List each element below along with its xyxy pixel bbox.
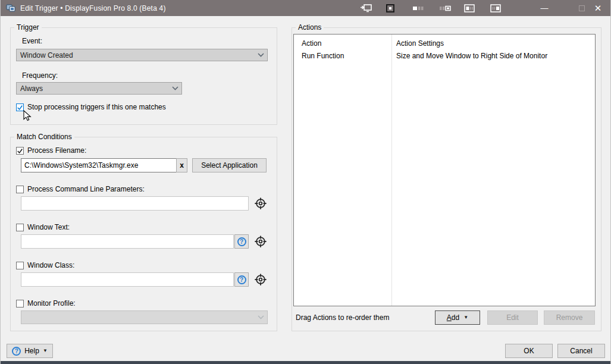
remove-button-label: Remove — [556, 313, 583, 322]
monitor-layout-button-2[interactable] — [438, 2, 452, 14]
select-application-button[interactable]: Select Application — [192, 158, 267, 172]
edit-button-label: Edit — [506, 313, 519, 322]
titlebar-function-button-2[interactable] — [489, 2, 502, 14]
process-filename-checkbox[interactable]: Process Filename: — [16, 146, 86, 155]
close-icon: ✕ — [594, 3, 602, 14]
column-header-action[interactable]: Action — [294, 39, 391, 48]
add-button[interactable]: Add ▼ — [435, 310, 480, 325]
question-icon: ? — [12, 347, 21, 356]
cancel-button[interactable]: Cancel — [557, 344, 605, 358]
event-dropdown[interactable]: Window Created — [16, 49, 268, 61]
dropdown-arrow-icon: ▼ — [43, 349, 48, 353]
ok-button[interactable]: OK — [505, 344, 553, 358]
frequency-label: Frequency: — [22, 71, 58, 80]
actions-group-label: Actions — [296, 23, 324, 32]
event-dropdown-value: Window Created — [17, 51, 254, 59]
ok-button-label: OK — [524, 347, 534, 355]
window-class-checkbox[interactable]: Window Class: — [16, 261, 74, 269]
target-picker-icon[interactable] — [254, 273, 267, 286]
frequency-dropdown[interactable]: Always — [16, 82, 182, 95]
checkbox-unchecked-icon — [16, 262, 24, 269]
edit-trigger-dialog: Edit Trigger • DisplayFusion Pro 8.0 (Be… — [0, 0, 611, 364]
dual-monitor-icon — [412, 4, 424, 12]
match-conditions-group-label: Match Conditions — [14, 133, 74, 141]
actions-list[interactable]: Action Action Settings Run Function Size… — [293, 34, 596, 306]
monitor-profile-checkbox[interactable]: Monitor Profile: — [16, 299, 76, 307]
maximize-icon — [579, 5, 585, 11]
stop-processing-label: Stop processing triggers if this one mat… — [27, 103, 166, 111]
cmdline-input[interactable] — [21, 196, 249, 211]
move-window-to-monitor-button[interactable] — [360, 2, 373, 14]
monitor-bars-alt-icon — [490, 4, 502, 13]
target-picker-icon[interactable] — [254, 197, 267, 210]
window-class-help-button[interactable]: ? — [234, 272, 249, 287]
action-cell: Run Function — [294, 52, 391, 60]
window-text-label: Window Text: — [27, 223, 70, 231]
minimize-button[interactable]: — — [538, 2, 551, 14]
window-bottom-edge — [1, 361, 611, 364]
monitor-layout-button-1[interactable] — [412, 2, 425, 14]
cmdline-checkbox[interactable]: Process Command Line Parameters: — [16, 185, 145, 193]
checkbox-checked-icon — [16, 147, 24, 155]
dropdown-arrow-icon: ▼ — [463, 315, 468, 320]
drag-actions-hint: Drag Actions to re-order them — [296, 313, 389, 322]
target-picker-icon[interactable] — [254, 235, 267, 248]
monitor-arrow-icon — [361, 4, 372, 13]
actions-list-row[interactable]: Run Function Size and Move Window to Rig… — [294, 52, 595, 60]
dual-monitor-alt-icon — [439, 4, 451, 12]
maximize-button[interactable] — [575, 2, 588, 14]
frequency-dropdown-value: Always — [17, 84, 168, 93]
monitor-profile-dropdown — [21, 310, 268, 324]
close-button[interactable]: ✕ — [591, 2, 604, 14]
select-application-label: Select Application — [201, 161, 258, 170]
window-class-input[interactable] — [21, 272, 234, 287]
titlebar: Edit Trigger • DisplayFusion Pro 8.0 (Be… — [1, 0, 611, 16]
window-title: Edit Trigger • DisplayFusion Pro 8.0 (Be… — [20, 4, 166, 12]
window-text-help-button[interactable]: ? — [234, 234, 249, 249]
actions-list-header[interactable]: Action Action Settings — [294, 39, 595, 48]
help-button-label: Help — [24, 347, 39, 355]
column-header-action-settings[interactable]: Action Settings — [391, 39, 444, 48]
checkbox-unchecked-icon — [16, 300, 24, 307]
clear-icon: x — [180, 161, 184, 170]
span-square-icon — [386, 4, 395, 13]
edit-button: Edit — [487, 310, 538, 325]
cancel-button-label: Cancel — [570, 347, 592, 355]
chevron-down-icon — [168, 86, 181, 90]
column-separator — [391, 34, 392, 306]
window-text-checkbox[interactable]: Window Text: — [16, 223, 70, 231]
action-settings-cell: Size and Move Window to Right Side of Mo… — [391, 52, 547, 60]
checkbox-unchecked-icon — [16, 186, 24, 193]
chevron-down-icon — [254, 315, 267, 319]
event-label: Event: — [22, 37, 42, 45]
span-window-button[interactable] — [384, 2, 397, 14]
process-filename-input[interactable] — [21, 158, 177, 172]
add-button-label: Add — [447, 313, 459, 322]
displayfusion-app-icon — [6, 4, 15, 13]
trigger-group-label: Trigger — [14, 23, 42, 32]
question-icon: ? — [237, 237, 246, 246]
window-text-input[interactable] — [21, 234, 234, 249]
minimize-icon: — — [541, 4, 549, 12]
clear-filename-button[interactable]: x — [176, 158, 187, 172]
titlebar-function-button-1[interactable] — [463, 2, 476, 14]
remove-button: Remove — [544, 310, 595, 325]
monitor-profile-label: Monitor Profile: — [27, 299, 76, 307]
chevron-down-icon — [254, 53, 267, 57]
question-icon: ? — [237, 275, 246, 284]
monitor-bars-icon — [463, 4, 475, 13]
help-button[interactable]: ? Help ▼ — [7, 344, 53, 358]
stop-processing-checkbox[interactable]: Stop processing triggers if this one mat… — [16, 103, 166, 111]
mouse-cursor — [23, 110, 32, 122]
process-filename-label: Process Filename: — [27, 146, 86, 155]
window-class-label: Window Class: — [27, 261, 74, 269]
cmdline-label: Process Command Line Parameters: — [27, 185, 145, 193]
checkbox-unchecked-icon — [16, 224, 24, 231]
